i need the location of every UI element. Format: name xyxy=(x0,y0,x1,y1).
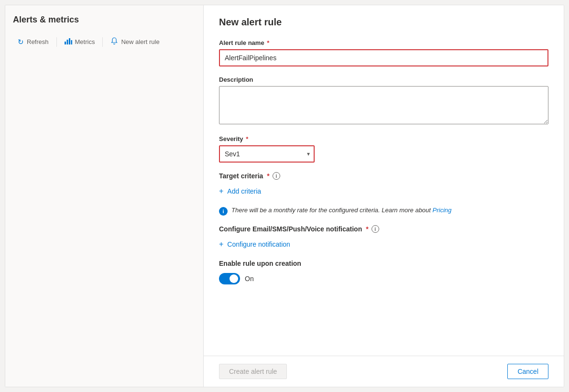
description-input[interactable] xyxy=(219,86,548,124)
info-banner-text: There will be a monthly rate for the con… xyxy=(231,207,451,214)
pricing-link[interactable]: Pricing xyxy=(433,207,452,214)
create-alert-rule-button[interactable]: Create alert rule xyxy=(219,364,287,379)
toolbar-divider-2 xyxy=(102,37,103,47)
info-icon-blue: i xyxy=(219,207,228,216)
panel-title: New alert rule xyxy=(219,17,548,28)
required-star-notification: * xyxy=(366,225,368,233)
toggle-row: On xyxy=(219,273,548,284)
configure-notification-section-label: Configure Email/SMS/Push/Voice notificat… xyxy=(219,225,548,233)
metrics-icon xyxy=(65,38,72,46)
add-criteria-plus-icon: + xyxy=(219,187,223,195)
toolbar-divider-1 xyxy=(56,37,57,47)
enable-rule-label: Enable rule upon creation xyxy=(219,260,548,267)
right-panel: New alert rule Alert rule name * Descrip… xyxy=(204,5,564,387)
sidebar: Alerts & metrics ↻ Refresh Metrics xyxy=(5,5,204,387)
severity-select-wrapper: Sev0 Sev1 Sev2 Sev3 Sev4 ▾ xyxy=(219,145,315,163)
refresh-icon: ↻ xyxy=(18,38,24,46)
enable-rule-toggle[interactable] xyxy=(219,273,240,284)
toggle-on-text: On xyxy=(245,275,254,283)
new-alert-rule-button[interactable]: New alert rule xyxy=(106,34,164,49)
alert-rule-name-label: Alert rule name * xyxy=(219,39,548,46)
required-star-severity: * xyxy=(244,135,249,142)
panel-content: New alert rule Alert rule name * Descrip… xyxy=(204,5,564,356)
enable-rule-section: Enable rule upon creation On xyxy=(219,260,548,284)
sidebar-title: Alerts & metrics xyxy=(13,15,196,25)
required-star-name: * xyxy=(265,39,270,46)
info-banner: i There will be a monthly rate for the c… xyxy=(219,207,548,216)
configure-notification-button[interactable]: + Configure notification xyxy=(219,239,290,250)
configure-notification-group: Configure Email/SMS/Push/Voice notificat… xyxy=(219,225,548,250)
add-criteria-button[interactable]: + Add criteria xyxy=(219,185,261,197)
description-group: Description xyxy=(219,76,548,126)
svg-rect-0 xyxy=(65,42,66,44)
sidebar-toolbar: ↻ Refresh Metrics xyxy=(13,34,196,49)
target-criteria-group: Target criteria * i + Add criteria xyxy=(219,172,548,197)
severity-select[interactable]: Sev0 Sev1 Sev2 Sev3 Sev4 xyxy=(219,145,315,163)
alert-rule-name-group: Alert rule name * xyxy=(219,39,548,66)
svg-rect-2 xyxy=(69,38,70,44)
cancel-button[interactable]: Cancel xyxy=(507,364,548,379)
panel-footer: Create alert rule Cancel xyxy=(204,356,564,387)
target-criteria-section-label: Target criteria * i xyxy=(219,172,548,180)
required-star-criteria: * xyxy=(267,172,269,180)
configure-notification-plus-icon: + xyxy=(219,240,223,248)
svg-rect-3 xyxy=(71,40,72,44)
alert-rule-name-input[interactable] xyxy=(219,49,548,66)
metrics-button[interactable]: Metrics xyxy=(60,35,100,49)
target-criteria-info-icon[interactable]: i xyxy=(273,172,280,180)
alert-bell-icon xyxy=(110,37,118,46)
toggle-slider xyxy=(219,273,240,284)
severity-label: Severity * xyxy=(219,135,548,142)
configure-notification-info-icon[interactable]: i xyxy=(372,225,379,233)
svg-rect-1 xyxy=(66,40,68,44)
refresh-button[interactable]: ↻ Refresh xyxy=(13,35,54,49)
severity-group: Severity * Sev0 Sev1 Sev2 Sev3 Sev4 ▾ xyxy=(219,135,548,163)
description-label: Description xyxy=(219,76,548,83)
